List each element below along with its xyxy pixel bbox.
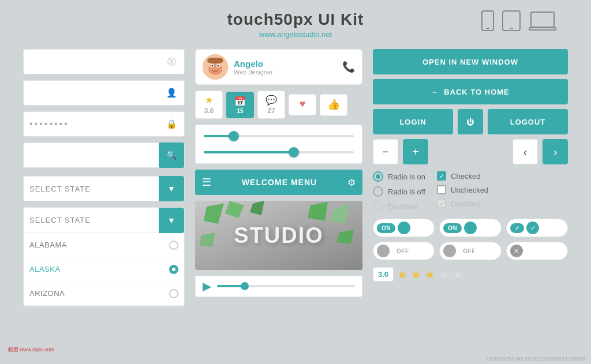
open-new-window-button[interactable]: OPEN IN NEW WINDOW xyxy=(373,49,568,74)
toggle-grid: ON ON ✓ ✓ OFF OFF xyxy=(373,219,568,260)
dropdown-header[interactable]: SELECT STATE ▼ xyxy=(24,208,184,233)
stat-like[interactable]: 👍 xyxy=(320,94,347,116)
stat-heart[interactable]: ♥ xyxy=(289,94,316,115)
header-url[interactable]: www.angelostudio.net xyxy=(0,30,591,39)
radio-alabama-icon xyxy=(169,241,178,250)
welcome-menu-label: WELCOME MENU xyxy=(217,178,342,187)
phone-call-icon[interactable]: 📞 xyxy=(342,61,355,73)
slider2-track[interactable] xyxy=(204,147,354,157)
stat-chat[interactable]: 💬 27 xyxy=(257,91,285,119)
password-input[interactable] xyxy=(29,119,164,129)
toggle-on2[interactable]: ON xyxy=(439,219,501,237)
welcome-menu-bar[interactable]: ☰ WELCOME MENU ⚙ xyxy=(195,170,362,195)
username-row: USER NAME 👤 xyxy=(23,80,185,106)
radio-off-label: Radio is off xyxy=(388,187,425,196)
spacer xyxy=(433,139,508,164)
radio-disabled-item: Disabled xyxy=(373,201,425,212)
power-icon-button[interactable]: ⏻ xyxy=(458,109,483,134)
play-button[interactable]: ▶ xyxy=(203,279,211,293)
title-bold: UI Kit xyxy=(318,10,364,28)
video-controls: ▶ xyxy=(195,276,362,297)
search-input[interactable]: SEARCH xyxy=(29,151,159,159)
toggle-on1[interactable]: ON xyxy=(373,219,435,237)
dropdown-item-alabama[interactable]: ALABAMA xyxy=(24,233,184,257)
toggle-check-label: ✓ xyxy=(510,223,525,233)
search-row: SEARCH 🔍 xyxy=(23,142,185,168)
svg-point-10 xyxy=(212,65,214,67)
toggle-x-label xyxy=(525,249,534,253)
right-column: OPEN IN NEW WINDOW ← BACK TO HOME LOGIN … xyxy=(373,49,568,306)
svg-marker-13 xyxy=(204,204,224,224)
profile-info: Angelo Web designer xyxy=(234,59,336,76)
dropdown-arrow-icon[interactable]: ▼ xyxy=(159,176,184,201)
toggle-x-dot: ✕ xyxy=(510,245,523,257)
dropdown-item-alaska[interactable]: ALASKA xyxy=(24,257,184,282)
toggle-off1[interactable]: OFF xyxy=(373,242,435,260)
checkbox-checked[interactable]: ✓ xyxy=(437,171,446,181)
gear-icon[interactable]: ⚙ xyxy=(347,177,356,188)
star-1[interactable]: ★ xyxy=(397,268,407,282)
checkbox-col: ✓ Checked Unchecked ✓ Disabled xyxy=(437,171,488,212)
radio-off-item[interactable]: Radio is off xyxy=(373,186,425,197)
stat-calendar[interactable]: 📅 15 xyxy=(226,92,254,118)
toggle-check[interactable]: ✓ ✓ xyxy=(506,219,568,237)
back-to-home-button[interactable]: ← BACK TO HOME xyxy=(373,79,568,104)
toggle-off1-label: OFF xyxy=(392,246,414,256)
toggle-off2[interactable]: OFF xyxy=(439,242,501,260)
radio-on-button[interactable] xyxy=(373,171,383,182)
star-rating-row: 3.6 ★ ★ ★ ★ ★ xyxy=(373,265,568,284)
prev-button[interactable]: ‹ xyxy=(513,139,538,164)
tablet-icon xyxy=(502,10,521,31)
checkbox-unchecked[interactable] xyxy=(437,185,446,194)
radio-arizona-icon xyxy=(169,289,178,298)
select-state-dropdown[interactable]: SELECT STATE ▼ xyxy=(23,176,185,201)
radio-off-button[interactable] xyxy=(373,186,383,197)
checkbox-unchecked-item[interactable]: Unchecked xyxy=(437,185,488,194)
profile-name: Angelo xyxy=(234,59,336,69)
svg-point-7 xyxy=(208,63,222,75)
middle-column: Angelo Web designer 📞 ★ 3.6 📅 15 💬 27 ♥ xyxy=(195,49,362,306)
svg-marker-17 xyxy=(329,204,350,224)
profile-role: Web designer xyxy=(234,69,336,76)
toggle-on2-label: ON xyxy=(443,223,462,233)
checkbox-checked-item[interactable]: ✓ Checked xyxy=(437,171,488,181)
radio-check-section: Radio is on Radio is off Disabled ✓ Chec… xyxy=(373,169,568,214)
search-icon[interactable]: 🔍 xyxy=(159,142,184,168)
icon-button-row: − + ‹ › xyxy=(373,139,568,164)
star-3[interactable]: ★ xyxy=(425,268,435,282)
video-thumbnail: STUDIO xyxy=(195,201,362,270)
dropdown-arrow-up-icon[interactable]: ▼ xyxy=(159,208,184,233)
next-button[interactable]: › xyxy=(543,139,568,164)
clear-icon[interactable]: Ⓧ xyxy=(164,55,178,69)
avatar xyxy=(203,54,228,80)
username-input[interactable]: USER NAME xyxy=(29,89,164,97)
video-progress-track[interactable] xyxy=(217,285,355,287)
checked-label: Checked xyxy=(451,172,480,181)
star-4[interactable]: ★ xyxy=(439,268,449,282)
checkbox-disabled: ✓ xyxy=(437,199,446,208)
back-arrow-icon: ← xyxy=(431,88,439,96)
slider1-track[interactable] xyxy=(204,131,354,141)
toggle-x[interactable]: ✕ xyxy=(506,242,568,260)
minus-button[interactable]: − xyxy=(373,139,398,164)
hamburger-icon: ☰ xyxy=(202,176,211,189)
toggle-check-dot: ✓ xyxy=(526,222,539,234)
dropdown-item-arizona[interactable]: ARIZONA xyxy=(24,282,184,306)
main-layout: QUICK SEARCH Ⓧ USER NAME 👤 🔒 SEARCH 🔍 SE… xyxy=(0,43,591,312)
star-5[interactable]: ★ xyxy=(452,268,463,282)
star-2[interactable]: ★ xyxy=(411,268,421,282)
quick-search-input[interactable]: QUICK SEARCH xyxy=(29,58,164,66)
left-column: QUICK SEARCH Ⓧ USER NAME 👤 🔒 SEARCH 🔍 SE… xyxy=(23,49,185,306)
logout-button[interactable]: LOGOUT xyxy=(488,109,568,134)
stat-rating[interactable]: ★ 3.6 xyxy=(195,91,223,119)
plus-button[interactable]: + xyxy=(403,139,428,164)
stats-row: ★ 3.6 📅 15 💬 27 ♥ 👍 xyxy=(195,91,362,119)
login-button[interactable]: LOGIN xyxy=(373,109,453,134)
svg-rect-2 xyxy=(503,11,520,31)
radio-alaska-icon xyxy=(169,265,178,274)
user-icon: 👤 xyxy=(164,86,178,100)
svg-marker-16 xyxy=(308,202,328,221)
video-progress-thumb xyxy=(241,282,249,290)
avatar-svg xyxy=(203,54,228,80)
radio-on-item[interactable]: Radio is on xyxy=(373,171,425,182)
